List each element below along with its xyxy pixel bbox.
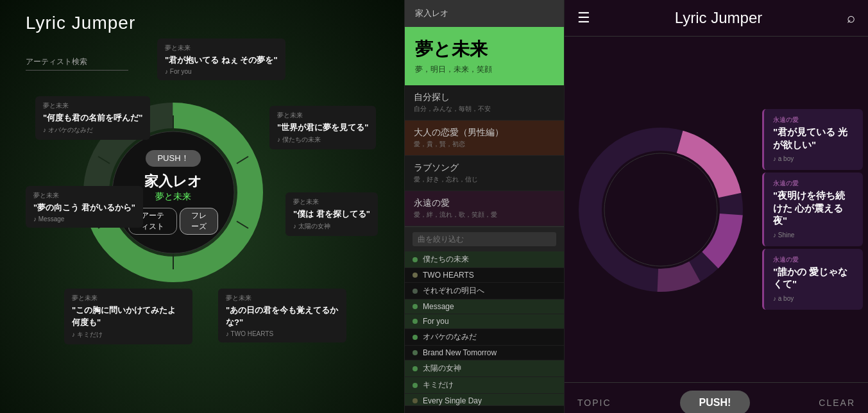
lyric-bubble[interactable]: 夢と未来 "世界が君に夢を見てる" 僕たちの未来 <box>269 106 376 149</box>
song-dot <box>413 273 418 278</box>
right-lyric-card[interactable]: 永遠の愛 "夜明けを待ち続けた 心が震える夜" Shine <box>762 173 863 246</box>
song-title: Every Single Day <box>423 396 482 405</box>
clear-button[interactable]: CLEAR <box>819 398 855 408</box>
topic-label: TOPIC <box>577 398 611 408</box>
right-lyric-cards: 永遠の愛 "君が見ている 光が欲しい" a boy 永遠の愛 "夜明けを待ち続け… <box>757 37 868 382</box>
rlc-text: "君が見ている 光が欲しい" <box>773 126 854 151</box>
left-panel: Lyric Jumper アーティスト検索 夢と未来 "君が抱いてる ねぇ その… <box>0 0 404 413</box>
song-title: Message <box>423 302 454 311</box>
rlc-song: a boy <box>773 295 794 302</box>
topic-card-title: 永遠の愛 <box>414 198 555 209</box>
bubble-topic: 夢と未来 <box>165 44 278 53</box>
topic-card-title: 自分探し <box>414 92 555 103</box>
rlc-topic: 永遠の愛 <box>773 255 854 264</box>
artist-header: 家入レオ <box>405 0 564 27</box>
lyric-bubble[interactable]: 夢と未来 "夢の向こう 君がいるから" Message <box>26 186 143 228</box>
rlc-song: a boy <box>773 155 794 162</box>
song-dot <box>413 289 418 294</box>
topic-card[interactable]: ラブソング 愛，好き，忘れ，信じ <box>405 156 564 191</box>
song-title: オバケのなみだ <box>423 332 477 342</box>
filter-box <box>405 226 564 251</box>
lyric-bubble[interactable]: 夢と未来 "あの日の君を今も覚えてるかな?" TWO HEARTS <box>218 289 346 342</box>
song-item[interactable]: オバケのなみだ <box>405 329 564 346</box>
song-item[interactable]: TWO HEARTS <box>405 268 564 283</box>
search-button-right[interactable]: ⌕ <box>847 10 855 26</box>
bubble-song: 太陽の女神 <box>293 222 370 231</box>
bubble-topic: 夢と未来 <box>43 101 142 110</box>
bubble-text: "何度も君の名前を呼んだ" <box>43 113 142 122</box>
right-lyric-card[interactable]: 永遠の愛 "君が見ている 光が欲しい" a boy <box>762 109 863 170</box>
song-title: TWO HEARTS <box>423 271 474 280</box>
bubble-song: 僕たちの未来 <box>277 135 368 144</box>
lyric-bubble[interactable]: 夢と未来 "この胸に問いかけてみたよ 何度も" キミだけ <box>64 289 192 344</box>
bubble-text: "世界が君に夢を見てる" <box>277 122 368 132</box>
lyric-bubble[interactable]: 夢と未来 "僕は 君を探してる" 太陽の女神 <box>285 192 378 236</box>
topic-card[interactable]: 大人の恋愛（男性編） 愛，貴，賢，初恋 <box>405 121 564 156</box>
bubble-topic: 夢と未来 <box>72 294 185 303</box>
rlc-topic: 永遠の愛 <box>773 115 854 124</box>
tab-phrase[interactable]: フレーズ <box>180 208 218 235</box>
song-dot <box>413 257 418 262</box>
right-bottom: TOPIC PUSH! CLEAR 楽曲リスト類似アーティスト <box>565 382 868 413</box>
middle-panel: 家入レオ 夢と未来 夢，明日，未来，笑顔 自分探し 自分，みんな，毎朝，不安 大… <box>404 0 565 413</box>
song-item[interactable]: 僕たちの未来 <box>405 251 564 268</box>
bubble-topic: 夢と未来 <box>293 198 370 206</box>
song-item[interactable]: Brand New Tomorrow <box>405 346 564 360</box>
bubble-song: Message <box>33 215 135 223</box>
svg-point-13 <box>604 153 717 266</box>
song-item[interactable]: それぞれの明日へ <box>405 283 564 299</box>
main-topic-keywords: 夢，明日，未来，笑顔 <box>415 64 554 75</box>
right-header: ☰ Lyric Jumper ⌕ <box>565 0 868 37</box>
song-item[interactable]: Every Single Day <box>405 394 564 405</box>
right-lyric-card[interactable]: 永遠の愛 "誰かの 愛じゃなくて" a boy <box>762 249 863 310</box>
topic-card-keywords: 愛，絆，流れ，歌，笑顔，愛 <box>414 210 555 219</box>
hamburger-button[interactable]: ☰ <box>577 10 590 26</box>
rlc-song: Shine <box>773 232 794 239</box>
song-dot <box>413 398 418 403</box>
bubble-song: For you <box>165 68 278 75</box>
song-item[interactable]: 太陽の女神 <box>405 360 564 377</box>
bubble-topic: 夢と未来 <box>226 294 339 303</box>
action-bar: TOPIC PUSH! CLEAR <box>577 391 855 413</box>
song-title: 僕たちの未来 <box>423 254 469 265</box>
topic-card-keywords: 愛，貴，賢，初恋 <box>414 140 555 149</box>
rlc-topic: 永遠の愛 <box>773 179 854 188</box>
song-title: Brand New Tomorrow <box>423 348 497 357</box>
song-list: 僕たちの未来 TWO HEARTS それぞれの明日へ Message For y… <box>405 251 564 405</box>
bubble-song: オバケのなみだ <box>43 126 142 135</box>
song-dot <box>413 350 418 355</box>
lyric-bubble[interactable]: 夢と未来 "何度も君の名前を呼んだ" オバケのなみだ <box>35 96 150 140</box>
right-panel: ☰ Lyric Jumper ⌕ 永遠の愛 "君が見ている 光が欲しい" a b… <box>565 0 868 413</box>
song-dot <box>413 366 418 371</box>
lyric-bubble[interactable]: 夢と未来 "君が抱いてる ねぇ その夢を" For you <box>157 38 285 80</box>
song-dot <box>413 383 418 388</box>
bubble-text: "この胸に問いかけてみたよ 何度も" <box>72 305 176 327</box>
song-title: 太陽の女神 <box>423 363 461 374</box>
bubble-song: キミだけ <box>72 330 185 339</box>
song-item[interactable]: キミだけ <box>405 377 564 394</box>
rlc-text: "誰かの 愛じゃなくて" <box>773 266 854 291</box>
song-item[interactable]: For you <box>405 314 564 329</box>
right-circle-svg <box>577 126 744 293</box>
bubble-text: "僕は 君を探してる" <box>293 209 370 219</box>
song-item[interactable]: Message <box>405 299 564 314</box>
search-bar-left[interactable]: アーティスト検索 <box>26 56 128 71</box>
topic-card-keywords: 自分，みんな，毎朝，不安 <box>414 105 555 114</box>
main-topic-card[interactable]: 夢と未来 夢，明日，未来，笑顔 <box>405 27 564 85</box>
topic-card[interactable]: 自分探し 自分，みんな，毎朝，不安 <box>405 85 564 121</box>
bubble-song: TWO HEARTS <box>226 330 339 337</box>
bubble-topic: 夢と未来 <box>33 191 135 200</box>
topic-card[interactable]: 永遠の愛 愛，絆，流れ，歌，笑顔，愛 <box>405 191 564 226</box>
topic-card-title: ラブソング <box>414 162 555 174</box>
social-links: ? 使い方 f シェア t ツイート <box>405 405 564 413</box>
main-topic-title: 夢と未来 <box>415 37 554 62</box>
push-button-left[interactable]: PUSH！ <box>146 150 200 167</box>
rlc-text: "夜明けを待ち続けた 心が震える夜" <box>773 189 854 227</box>
filter-input[interactable] <box>413 232 556 246</box>
song-title: For you <box>423 317 449 326</box>
push-button-right[interactable]: PUSH! <box>680 391 751 413</box>
topic-card-title: 大人の恋愛（男性編） <box>414 127 555 139</box>
bubble-text: "君が抱いてる ねぇ その夢を" <box>165 55 278 65</box>
search-label: アーティスト検索 <box>26 56 128 67</box>
right-content: 永遠の愛 "君が見ている 光が欲しい" a boy 永遠の愛 "夜明けを待ち続け… <box>565 37 868 382</box>
